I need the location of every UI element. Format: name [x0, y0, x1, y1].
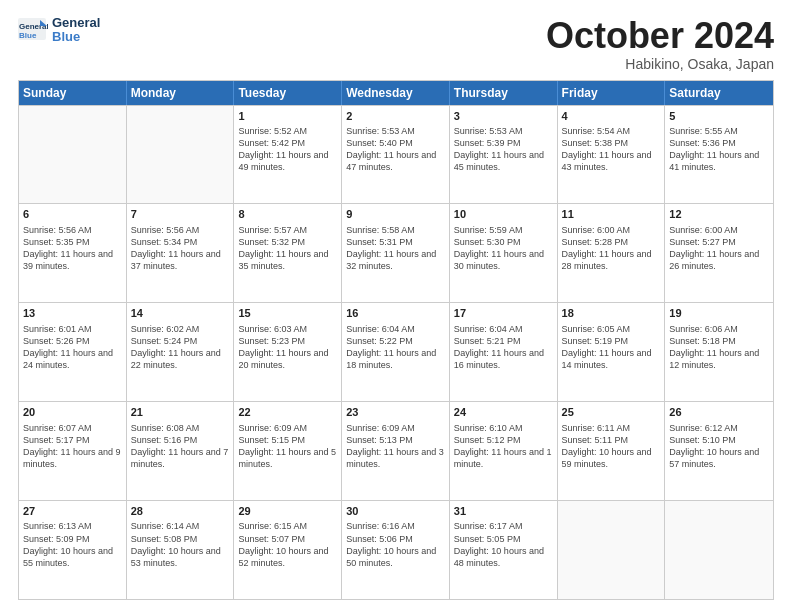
cell-info: Sunrise: 5:59 AM Sunset: 5:30 PM Dayligh…: [454, 224, 553, 273]
cal-cell: 3Sunrise: 5:53 AM Sunset: 5:39 PM Daylig…: [450, 106, 558, 204]
logo-icon: General Blue: [18, 18, 48, 42]
header-day-wednesday: Wednesday: [342, 81, 450, 105]
cal-cell: 28Sunrise: 6:14 AM Sunset: 5:08 PM Dayli…: [127, 501, 235, 599]
cal-cell: 22Sunrise: 6:09 AM Sunset: 5:15 PM Dayli…: [234, 402, 342, 500]
cell-info: Sunrise: 6:00 AM Sunset: 5:28 PM Dayligh…: [562, 224, 661, 273]
day-number: 21: [131, 405, 230, 420]
day-number: 4: [562, 109, 661, 124]
header-day-tuesday: Tuesday: [234, 81, 342, 105]
cal-cell: [127, 106, 235, 204]
cell-info: Sunrise: 6:10 AM Sunset: 5:12 PM Dayligh…: [454, 422, 553, 471]
day-number: 27: [23, 504, 122, 519]
cal-cell: 13Sunrise: 6:01 AM Sunset: 5:26 PM Dayli…: [19, 303, 127, 401]
cal-cell: 31Sunrise: 6:17 AM Sunset: 5:05 PM Dayli…: [450, 501, 558, 599]
header-day-friday: Friday: [558, 81, 666, 105]
cell-info: Sunrise: 6:03 AM Sunset: 5:23 PM Dayligh…: [238, 323, 337, 372]
cell-info: Sunrise: 5:56 AM Sunset: 5:34 PM Dayligh…: [131, 224, 230, 273]
day-number: 10: [454, 207, 553, 222]
cell-info: Sunrise: 5:55 AM Sunset: 5:36 PM Dayligh…: [669, 125, 769, 174]
cell-info: Sunrise: 6:13 AM Sunset: 5:09 PM Dayligh…: [23, 520, 122, 569]
day-number: 17: [454, 306, 553, 321]
day-number: 25: [562, 405, 661, 420]
cell-info: Sunrise: 5:53 AM Sunset: 5:39 PM Dayligh…: [454, 125, 553, 174]
day-number: 1: [238, 109, 337, 124]
cal-cell: 14Sunrise: 6:02 AM Sunset: 5:24 PM Dayli…: [127, 303, 235, 401]
week-row-3: 13Sunrise: 6:01 AM Sunset: 5:26 PM Dayli…: [19, 302, 773, 401]
cal-cell: 11Sunrise: 6:00 AM Sunset: 5:28 PM Dayli…: [558, 204, 666, 302]
cal-cell: [558, 501, 666, 599]
cell-info: Sunrise: 5:57 AM Sunset: 5:32 PM Dayligh…: [238, 224, 337, 273]
cell-info: Sunrise: 6:09 AM Sunset: 5:15 PM Dayligh…: [238, 422, 337, 471]
day-number: 20: [23, 405, 122, 420]
cal-cell: 20Sunrise: 6:07 AM Sunset: 5:17 PM Dayli…: [19, 402, 127, 500]
header-day-sunday: Sunday: [19, 81, 127, 105]
cell-info: Sunrise: 6:08 AM Sunset: 5:16 PM Dayligh…: [131, 422, 230, 471]
day-number: 2: [346, 109, 445, 124]
cal-cell: 15Sunrise: 6:03 AM Sunset: 5:23 PM Dayli…: [234, 303, 342, 401]
day-number: 15: [238, 306, 337, 321]
cell-info: Sunrise: 6:07 AM Sunset: 5:17 PM Dayligh…: [23, 422, 122, 471]
day-number: 14: [131, 306, 230, 321]
title-area: October 2024 Habikino, Osaka, Japan: [546, 16, 774, 72]
logo: General Blue General Blue: [18, 16, 100, 45]
cal-cell: 21Sunrise: 6:08 AM Sunset: 5:16 PM Dayli…: [127, 402, 235, 500]
cell-info: Sunrise: 6:17 AM Sunset: 5:05 PM Dayligh…: [454, 520, 553, 569]
cal-cell: 23Sunrise: 6:09 AM Sunset: 5:13 PM Dayli…: [342, 402, 450, 500]
cal-cell: 25Sunrise: 6:11 AM Sunset: 5:11 PM Dayli…: [558, 402, 666, 500]
week-row-5: 27Sunrise: 6:13 AM Sunset: 5:09 PM Dayli…: [19, 500, 773, 599]
cal-cell: 19Sunrise: 6:06 AM Sunset: 5:18 PM Dayli…: [665, 303, 773, 401]
day-number: 3: [454, 109, 553, 124]
cal-cell: 30Sunrise: 6:16 AM Sunset: 5:06 PM Dayli…: [342, 501, 450, 599]
cal-cell: 24Sunrise: 6:10 AM Sunset: 5:12 PM Dayli…: [450, 402, 558, 500]
cell-info: Sunrise: 6:09 AM Sunset: 5:13 PM Dayligh…: [346, 422, 445, 471]
calendar-header: SundayMondayTuesdayWednesdayThursdayFrid…: [19, 81, 773, 105]
cell-info: Sunrise: 6:02 AM Sunset: 5:24 PM Dayligh…: [131, 323, 230, 372]
header-day-saturday: Saturday: [665, 81, 773, 105]
week-row-4: 20Sunrise: 6:07 AM Sunset: 5:17 PM Dayli…: [19, 401, 773, 500]
cal-cell: 26Sunrise: 6:12 AM Sunset: 5:10 PM Dayli…: [665, 402, 773, 500]
day-number: 11: [562, 207, 661, 222]
day-number: 29: [238, 504, 337, 519]
calendar: SundayMondayTuesdayWednesdayThursdayFrid…: [18, 80, 774, 600]
cell-info: Sunrise: 6:04 AM Sunset: 5:22 PM Dayligh…: [346, 323, 445, 372]
cal-cell: 7Sunrise: 5:56 AM Sunset: 5:34 PM Daylig…: [127, 204, 235, 302]
cell-info: Sunrise: 5:52 AM Sunset: 5:42 PM Dayligh…: [238, 125, 337, 174]
day-number: 19: [669, 306, 769, 321]
calendar-page: General Blue General Blue October 2024 H…: [0, 0, 792, 612]
cell-info: Sunrise: 6:05 AM Sunset: 5:19 PM Dayligh…: [562, 323, 661, 372]
cal-cell: 5Sunrise: 5:55 AM Sunset: 5:36 PM Daylig…: [665, 106, 773, 204]
cell-info: Sunrise: 5:53 AM Sunset: 5:40 PM Dayligh…: [346, 125, 445, 174]
day-number: 28: [131, 504, 230, 519]
cal-cell: [665, 501, 773, 599]
cal-cell: 12Sunrise: 6:00 AM Sunset: 5:27 PM Dayli…: [665, 204, 773, 302]
cell-info: Sunrise: 6:14 AM Sunset: 5:08 PM Dayligh…: [131, 520, 230, 569]
cell-info: Sunrise: 6:01 AM Sunset: 5:26 PM Dayligh…: [23, 323, 122, 372]
day-number: 6: [23, 207, 122, 222]
day-number: 7: [131, 207, 230, 222]
day-number: 5: [669, 109, 769, 124]
header-day-thursday: Thursday: [450, 81, 558, 105]
day-number: 18: [562, 306, 661, 321]
day-number: 8: [238, 207, 337, 222]
week-row-1: 1Sunrise: 5:52 AM Sunset: 5:42 PM Daylig…: [19, 105, 773, 204]
logo-text-general: General: [52, 16, 100, 30]
calendar-body: 1Sunrise: 5:52 AM Sunset: 5:42 PM Daylig…: [19, 105, 773, 599]
cal-cell: 29Sunrise: 6:15 AM Sunset: 5:07 PM Dayli…: [234, 501, 342, 599]
cell-info: Sunrise: 6:04 AM Sunset: 5:21 PM Dayligh…: [454, 323, 553, 372]
week-row-2: 6Sunrise: 5:56 AM Sunset: 5:35 PM Daylig…: [19, 203, 773, 302]
day-number: 31: [454, 504, 553, 519]
logo-text-blue: Blue: [52, 30, 100, 44]
cal-cell: [19, 106, 127, 204]
cal-cell: 10Sunrise: 5:59 AM Sunset: 5:30 PM Dayli…: [450, 204, 558, 302]
cell-info: Sunrise: 6:16 AM Sunset: 5:06 PM Dayligh…: [346, 520, 445, 569]
cal-cell: 8Sunrise: 5:57 AM Sunset: 5:32 PM Daylig…: [234, 204, 342, 302]
cal-cell: 27Sunrise: 6:13 AM Sunset: 5:09 PM Dayli…: [19, 501, 127, 599]
svg-text:Blue: Blue: [19, 31, 37, 40]
cal-cell: 9Sunrise: 5:58 AM Sunset: 5:31 PM Daylig…: [342, 204, 450, 302]
cal-cell: 18Sunrise: 6:05 AM Sunset: 5:19 PM Dayli…: [558, 303, 666, 401]
cell-info: Sunrise: 6:00 AM Sunset: 5:27 PM Dayligh…: [669, 224, 769, 273]
cell-info: Sunrise: 6:12 AM Sunset: 5:10 PM Dayligh…: [669, 422, 769, 471]
cell-info: Sunrise: 5:54 AM Sunset: 5:38 PM Dayligh…: [562, 125, 661, 174]
day-number: 13: [23, 306, 122, 321]
cell-info: Sunrise: 6:11 AM Sunset: 5:11 PM Dayligh…: [562, 422, 661, 471]
